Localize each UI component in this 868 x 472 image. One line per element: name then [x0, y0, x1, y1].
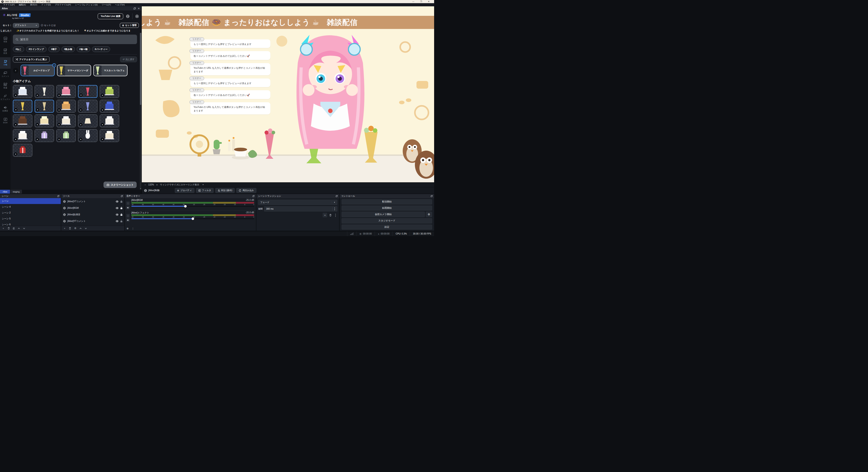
cards-next-icon[interactable]: › [13, 68, 18, 73]
selected-item-card[interactable]: ルビードロップ × [21, 65, 55, 76]
volume-slider[interactable] [131, 218, 254, 219]
item-tile[interactable]: ★ [56, 100, 76, 113]
visibility-eye-icon[interactable] [116, 213, 119, 216]
scroll-down-icon[interactable]: ▼ [140, 188, 142, 189]
restore-icon[interactable]: ❐ [420, 1, 422, 3]
visibility-eye-icon[interactable] [116, 200, 119, 203]
popout-dock-icon[interactable] [121, 195, 123, 197]
item-tile[interactable]: ★ [56, 114, 76, 127]
scrollbar-thumb[interactable] [140, 33, 141, 105]
item-tile[interactable]: ★ [13, 85, 32, 98]
move-scene-up-icon[interactable] [18, 228, 20, 229]
rail-item-comment[interactable]: コメント [0, 69, 11, 80]
visibility-eye-icon[interactable] [116, 207, 119, 209]
globe-icon[interactable] [126, 14, 129, 18]
dock-tab[interactable]: staging [10, 190, 22, 194]
menu-item[interactable]: ファイル(F) [1, 3, 17, 6]
alive-dock-titlebar[interactable]: Alive ✕ [0, 6, 142, 10]
minimize-icon[interactable]: — [412, 1, 414, 3]
item-tile[interactable]: ★ [13, 129, 32, 142]
rail-item-effect[interactable]: エフェクト [0, 92, 11, 104]
item-tile[interactable]: ★ [56, 85, 76, 98]
tag-chip[interactable]: #飲み物 [62, 47, 75, 52]
remove-source-icon[interactable] [69, 227, 71, 230]
item-tile[interactable]: ★ [100, 100, 119, 113]
selected-item-card[interactable]: マスカットパルフェ × [93, 65, 127, 76]
close-icon[interactable]: ✕ [428, 1, 430, 3]
popout-dock-icon[interactable] [336, 195, 338, 197]
scaling-mode-select[interactable]: ウィンドウサイズにスケーリング表示 ▼ [160, 183, 204, 186]
remove-item-icon[interactable]: × [52, 63, 56, 67]
move-source-down-icon[interactable] [85, 228, 87, 229]
reload-button[interactable]: 再読み込み [236, 188, 256, 193]
item-tile[interactable]: ★ [13, 100, 32, 113]
item-tile[interactable]: ★ [78, 129, 97, 142]
item-tile[interactable]: ★ [35, 114, 54, 127]
dock-tab[interactable]: Alive [0, 190, 10, 194]
spinner-down-icon[interactable]: ▼ [334, 209, 335, 211]
menu-item[interactable]: 表示(V) [28, 3, 39, 6]
youtube-link-button[interactable]: YouTube Live 連携 [98, 13, 123, 19]
channel-menu-icon[interactable]: ⋮ [126, 214, 130, 217]
tag-chip[interactable]: #パーティー [92, 47, 110, 52]
item-tile[interactable]: ★ [35, 129, 54, 142]
tag-chip[interactable]: #サインランプ [26, 47, 46, 52]
rail-item-foreground[interactable]: 前景 [0, 46, 11, 57]
popout-dock-icon[interactable] [134, 7, 136, 9]
source-row[interactable]: [Alive]効果音 [61, 211, 124, 218]
start-recording-button[interactable]: 録画開始 [342, 206, 432, 211]
popout-dock-icon[interactable] [431, 195, 433, 197]
add-transition-icon[interactable]: ＋ [323, 213, 327, 217]
set-select[interactable]: デフォルト ▼ [13, 23, 39, 28]
zoom-in-button[interactable]: + [156, 183, 158, 186]
mute-toggle-icon[interactable] [126, 206, 130, 209]
alive-scrollbar[interactable]: ▼ [140, 33, 142, 190]
menu-item[interactable]: ドック(D) [39, 3, 53, 6]
menu-item[interactable]: プロファイル(P) [53, 3, 73, 6]
channel-menu-icon[interactable]: ⋮ [126, 202, 130, 205]
add-scene-icon[interactable]: ＋ [2, 227, 4, 230]
properties-button[interactable]: ⚙ プロパティ [175, 188, 194, 193]
volume-slider[interactable] [131, 206, 254, 207]
transition-menu-icon[interactable]: ⋮ [334, 213, 337, 217]
filters-button[interactable]: フィルタ [196, 188, 214, 193]
source-properties-icon[interactable]: ⚙ [74, 227, 76, 230]
mute-toggle-icon[interactable] [126, 218, 130, 222]
start-virtual-camera-button[interactable]: 仮想カメラ開始 [342, 212, 425, 217]
rail-item-props[interactable]: 小物 [0, 57, 11, 69]
source-row[interactable]: [Alive]YTコメント [61, 218, 124, 224]
remove-transition-icon[interactable] [330, 214, 332, 216]
item-tile[interactable]: ★ [35, 85, 54, 98]
lock-closed-icon[interactable] [120, 207, 123, 209]
add-source-icon[interactable]: ＋ [63, 227, 66, 230]
item-tile[interactable]: ★ [78, 114, 97, 127]
virtual-camera-settings-icon[interactable]: ⚙ [426, 212, 432, 217]
source-row[interactable]: [Alive]コメント [61, 224, 124, 226]
move-source-up-icon[interactable] [80, 228, 82, 229]
search-input[interactable] [20, 38, 134, 41]
slider-knob[interactable] [184, 205, 187, 208]
duration-input[interactable]: 300 ms ▲▼ [264, 206, 337, 211]
source-row[interactable]: [Alive]YTコメント [61, 198, 124, 205]
spinner-up-icon[interactable]: ▲ [334, 207, 335, 209]
source-row[interactable]: [Alive]BGM [61, 205, 124, 211]
item-tile[interactable]: ★ [78, 85, 97, 98]
lock-closed-icon[interactable] [120, 213, 123, 216]
slider-knob[interactable] [191, 217, 194, 220]
visibility-eye-icon[interactable] [116, 220, 119, 222]
screenshot-button[interactable]: スクリーンショット [103, 182, 136, 188]
lock-open-icon[interactable] [120, 220, 123, 222]
selected-item-card[interactable]: サマーメロンソーダ × [57, 65, 91, 76]
scene-row[interactable]: シーン 4 [0, 204, 61, 210]
lock-open-icon[interactable] [120, 200, 123, 203]
rail-item-device[interactable]: 装置 [0, 80, 11, 92]
scene-row[interactable]: シーン 2 [0, 210, 61, 216]
random-pick-button[interactable]: アイテムをランダムに選ぶ [13, 56, 50, 62]
item-tile[interactable]: ★ [78, 100, 97, 113]
settings-button[interactable]: 設定 [342, 225, 432, 230]
tag-chip[interactable]: #椅子 [49, 47, 60, 52]
item-tile[interactable]: ★ [56, 129, 76, 142]
tag-chip[interactable]: #食べ物 [76, 47, 90, 52]
start-streaming-button[interactable]: 配信開始 [342, 199, 432, 204]
popout-dock-icon[interactable] [57, 195, 59, 197]
